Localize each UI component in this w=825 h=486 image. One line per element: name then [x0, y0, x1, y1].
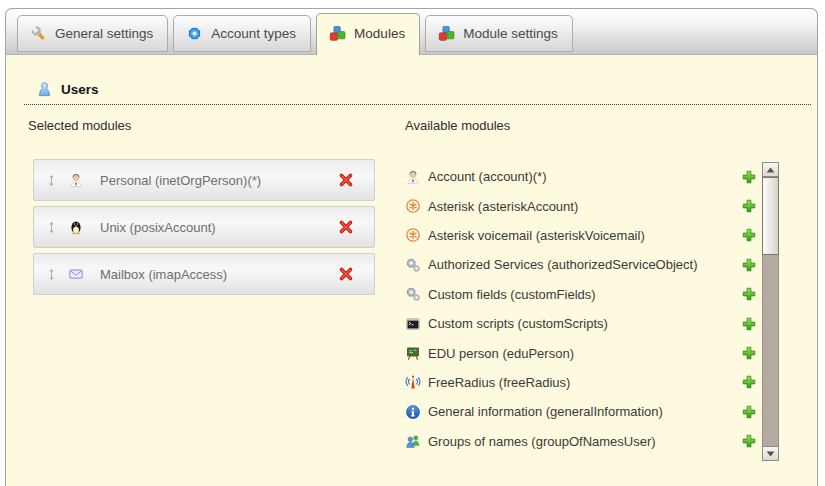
- tab-label: General settings: [55, 26, 153, 41]
- person-icon: [405, 169, 421, 185]
- tab-general-settings[interactable]: General settings: [17, 15, 168, 52]
- available-module-label: General information (generalInformation): [428, 404, 663, 419]
- available-module-label: Authorized Services (authorizedServiceOb…: [428, 257, 698, 272]
- info-icon: [405, 404, 421, 420]
- available-module-row-groups-of-names: Groups of names (groupOfNamesUser): [405, 427, 757, 456]
- selected-modules-list: Personal (inetOrgPerson)(*) Unix (posixA…: [33, 159, 375, 300]
- modules-icon: [329, 25, 346, 42]
- available-module-row-freeradius: FreeRadius (freeRadius): [405, 368, 757, 397]
- modules-icon: [438, 25, 455, 42]
- section-title: Users: [61, 82, 99, 97]
- scrollbar-track[interactable]: [762, 177, 779, 446]
- tab-label: Account types: [211, 26, 296, 41]
- asterisk-icon: [405, 198, 421, 214]
- available-module-row-general-information: General information (generalInformation): [405, 397, 757, 426]
- drag-handle-icon[interactable]: [45, 267, 58, 282]
- scroll-up-button[interactable]: [762, 162, 779, 177]
- users-section-header: Users: [24, 81, 811, 105]
- add-icon[interactable]: [741, 198, 757, 214]
- scrollbar-thumb[interactable]: [762, 177, 779, 255]
- add-icon[interactable]: [741, 227, 757, 243]
- delete-icon[interactable]: [338, 266, 354, 282]
- drag-handle-icon[interactable]: [45, 173, 58, 188]
- add-icon[interactable]: [741, 169, 757, 185]
- available-module-row-asterisk: Asterisk (asteriskAccount): [405, 191, 757, 220]
- selected-module-label: Personal (inetOrgPerson)(*): [100, 173, 261, 188]
- person-icon: [68, 172, 84, 188]
- delete-icon[interactable]: [338, 219, 354, 235]
- selected-modules-heading: Selected modules: [28, 118, 131, 133]
- selected-module-label: Mailbox (imapAccess): [100, 267, 227, 282]
- delete-icon[interactable]: [338, 172, 354, 188]
- available-module-row-custom-scripts: Custom scripts (customScripts): [405, 309, 757, 338]
- available-module-row-authorized-services: Authorized Services (authorizedServiceOb…: [405, 250, 757, 279]
- user-icon: [36, 81, 53, 98]
- add-icon[interactable]: [741, 345, 757, 361]
- triangle-down-icon: [766, 451, 775, 457]
- available-module-label: EDU person (eduPerson): [428, 346, 574, 361]
- selected-module-row-personal[interactable]: Personal (inetOrgPerson)(*): [33, 159, 375, 201]
- add-icon[interactable]: [741, 374, 757, 390]
- scroll-down-button[interactable]: [762, 446, 779, 461]
- available-module-label: Groups of names (groupOfNamesUser): [428, 434, 656, 449]
- drag-handle-icon[interactable]: [45, 220, 58, 235]
- triangle-up-icon: [766, 167, 775, 173]
- chalkboard-icon: [405, 345, 421, 361]
- tab-modules[interactable]: Modules: [316, 13, 420, 55]
- selected-module-label: Unix (posixAccount): [100, 220, 216, 235]
- available-module-label: Custom scripts (customScripts): [428, 316, 608, 331]
- available-module-label: FreeRadius (freeRadius): [428, 375, 570, 390]
- tab-bar: General settings Account types Modules M…: [5, 8, 818, 55]
- available-module-label: Asterisk (asteriskAccount): [428, 199, 578, 214]
- tab-module-settings[interactable]: Module settings: [425, 15, 573, 52]
- available-module-label: Asterisk voicemail (asteriskVoicemail): [428, 228, 645, 243]
- selected-module-row-mailbox[interactable]: Mailbox (imapAccess): [33, 253, 375, 295]
- gears-icon: [405, 257, 421, 273]
- add-icon[interactable]: [741, 286, 757, 302]
- available-module-row-account: Account (account)(*): [405, 162, 757, 191]
- gear-icon: [186, 25, 203, 42]
- modules-panel: Users Selected modules Available modules…: [5, 55, 818, 486]
- add-icon[interactable]: [741, 316, 757, 332]
- tab-label: Module settings: [463, 26, 558, 41]
- mail-icon: [68, 266, 84, 282]
- antenna-icon: [405, 374, 421, 390]
- selected-module-row-unix[interactable]: Unix (posixAccount): [33, 206, 375, 248]
- available-module-row-asterisk-voicemail: Asterisk voicemail (asteriskVoicemail): [405, 221, 757, 250]
- add-icon[interactable]: [741, 404, 757, 420]
- add-icon[interactable]: [741, 433, 757, 449]
- available-modules-scrollbar[interactable]: [762, 162, 779, 461]
- settings-tabs-widget: General settings Account types Modules M…: [5, 8, 818, 486]
- terminal-icon: [405, 316, 421, 332]
- available-module-label: Account (account)(*): [428, 169, 547, 184]
- gears-icon: [405, 286, 421, 302]
- asterisk-icon: [405, 227, 421, 243]
- add-icon[interactable]: [741, 257, 757, 273]
- tab-label: Modules: [354, 26, 405, 41]
- available-module-row-custom-fields: Custom fields (customFields): [405, 280, 757, 309]
- available-modules-heading: Available modules: [405, 118, 510, 133]
- wrench-icon: [30, 25, 47, 42]
- tux-icon: [68, 219, 84, 235]
- group-icon: [405, 433, 421, 449]
- available-module-label: Custom fields (customFields): [428, 287, 596, 302]
- tab-account-types[interactable]: Account types: [173, 15, 311, 52]
- available-modules-list: Account (account)(*) Asterisk (asteriskA…: [405, 162, 757, 456]
- available-module-row-edu-person: EDU person (eduPerson): [405, 338, 757, 367]
